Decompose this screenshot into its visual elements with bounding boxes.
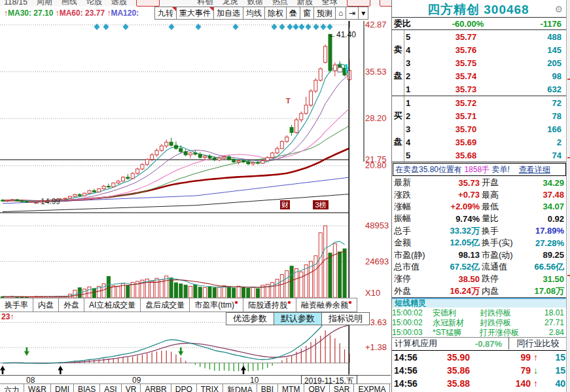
weibi-diff: -1176 [520, 19, 567, 29]
stat-value: +2.09% [429, 202, 480, 211]
stat-label: 换手(实) [480, 237, 522, 249]
red-dot-icon: ● [234, 298, 238, 306]
svg-text:X10: X10 [365, 288, 380, 298]
sector-name[interactable]: 计算机应用 [392, 338, 464, 349]
bottom-tab-7[interactable]: DPO [171, 384, 197, 392]
tick-row: 14:5635.88140 ↑40 [392, 377, 567, 390]
buy-level: 1 [404, 98, 416, 108]
large-order-notice: 在卖盘35.80位置有 1858手 卖单!查看详细 [393, 163, 566, 176]
toolbar-button-除权[interactable]: 除权 [265, 7, 287, 20]
shortline-wizard-header[interactable]: 短线精灵 [392, 298, 567, 308]
bottom-tab-14[interactable]: EXPMA [354, 384, 390, 392]
bottom-tab-2[interactable]: DMI [51, 384, 74, 392]
sell-price: 35.73 [416, 84, 516, 94]
stat-label: 开盘 [480, 177, 522, 188]
tick-time: 14:56 [392, 352, 425, 363]
stat-label: 涨幅 [392, 201, 429, 213]
sector-change: -0.87% [464, 339, 508, 349]
buy-side-label: 买盘 [392, 96, 404, 162]
ma-label-0: MA30: 27.10 [8, 9, 56, 18]
alert-event: 打开涨停板 [480, 327, 537, 338]
sell-row[interactable]: 235.7498 [404, 69, 567, 82]
bottom-tab-11[interactable]: MTM [278, 384, 304, 392]
toolbar-buttons: 九转重大事件加自选均线除权叠窗预测⌂⇥▾ [154, 7, 368, 20]
industry-compare-button[interactable]: 同行业比较 [508, 338, 567, 349]
toolbar-button-九转[interactable]: 九转 [154, 7, 177, 20]
vol-tab-7[interactable]: 融资融券余额● [296, 298, 357, 312]
alert-row[interactable]: 15:00:02安德利封跌停板18.01 [392, 308, 567, 317]
alert-row[interactable]: 15:00:02永冠新材封跌停板27.71 [392, 317, 567, 327]
bottom-tab-4[interactable]: ASI [100, 384, 121, 392]
toolbar-button-加自选[interactable]: 加自选 [214, 7, 243, 20]
up-arrow-icon: ↑ [533, 352, 538, 363]
bottom-tab-1[interactable]: W&R [24, 384, 51, 392]
stat-label: 涨停 [392, 273, 429, 285]
goto-last-icon[interactable]: ⇥ [346, 7, 359, 20]
macd-button-0[interactable]: 优选参数 [226, 312, 274, 325]
new-flag-icon [209, 7, 213, 11]
right-scrollbar[interactable] [566, 0, 570, 392]
tick-row: 14:5635.8679 ↓15 [392, 364, 567, 377]
bottom-tab-12[interactable]: OBV [304, 384, 329, 392]
stat-label: 最高 [480, 189, 522, 201]
vol-tab-3[interactable]: AI立桩成交量 [84, 298, 141, 312]
view-detail-link[interactable]: 查看详细 [519, 165, 550, 174]
quote-panel-header: 四方精创 300468 ⚙ [392, 0, 567, 17]
stat-label: 内盘 [480, 285, 522, 297]
buy-book: 买盘 135.7272235.7178335.70166435.692535.6… [392, 96, 567, 162]
bottom-tab-3[interactable]: BIAS [74, 384, 100, 392]
stat-value: 17.89% [522, 226, 564, 236]
tick-volume: 140 ↑ [492, 378, 538, 389]
bottom-tab-10[interactable]: BBI [257, 384, 278, 392]
ma-labels: ↑MA30: 27.10 ↑MA60: 23.77 ↑MA120: [4, 9, 139, 18]
dropdown-icon[interactable]: ▾ [359, 7, 368, 20]
macd-button-2[interactable]: 指标说明 [322, 312, 370, 325]
stat-label: 振幅 [392, 213, 429, 224]
vol-tab-5[interactable]: 市盈率(ttm)● [190, 298, 243, 312]
sell-row[interactable]: 535.77488 [404, 30, 567, 43]
buy-price: 35.72 [416, 98, 516, 108]
bottom-tab-13[interactable]: SAR [330, 384, 355, 392]
sell-row[interactable]: 435.76145 [404, 43, 567, 56]
toolbar-button-均线[interactable]: 均线 [243, 7, 265, 20]
svg-text:28.20: 28.20 [365, 113, 387, 123]
vol-tab-1[interactable]: 内盘 [33, 298, 59, 312]
stat-value: 16.24万 [429, 285, 480, 297]
bottom-tab-5[interactable]: VR [122, 384, 141, 392]
vol-tab-2[interactable]: 外盘 [59, 298, 84, 312]
sell-side-label: 卖盘 [392, 30, 404, 96]
gear-icon[interactable]: ⚙ [554, 4, 563, 14]
toolbar-button-窗[interactable]: 窗 [300, 7, 314, 20]
bottom-tab-9[interactable]: 新DMA [223, 384, 257, 392]
buy-row[interactable]: 135.7272 [404, 96, 567, 109]
macd-button-1[interactable]: 默认参数 [274, 312, 322, 325]
vol-tab-4[interactable]: 盘后成交量 [141, 298, 190, 312]
toolbar-button-重大事件[interactable]: 重大事件 [177, 7, 214, 20]
stat-label: 量比 [480, 213, 522, 224]
buy-row[interactable]: 535.6874 [404, 149, 567, 162]
lock-icon[interactable]: ⌂ [336, 7, 346, 20]
vol-tab-0[interactable]: 换手率 [0, 298, 33, 312]
tick-volume: 99 ↑ [492, 352, 538, 363]
buy-level: 2 [404, 111, 416, 121]
stat-label: 总手 [392, 225, 429, 237]
buy-price: 35.69 [416, 137, 516, 147]
kline-chart[interactable]: 42.8735.5328.2021.7520.8042.87←41.40←14.… [0, 0, 391, 392]
alert-row[interactable]: 15:00:03*ST猛狮打开涨停板2.84 [392, 327, 567, 337]
stat-label: 最新 [392, 177, 429, 188]
bottom-tab-0[interactable]: 六力 [0, 384, 24, 392]
bottom-tab-8[interactable]: TRIX [197, 384, 223, 392]
buy-row[interactable]: 335.70166 [404, 122, 567, 135]
sell-row[interactable]: 135.73632 [404, 82, 567, 96]
stock-title: 四方精创 300468 [427, 1, 529, 18]
buy-row[interactable]: 435.692 [404, 135, 567, 149]
bottom-tab-6[interactable]: ARBR [141, 384, 171, 392]
stat-value: 0.92 [522, 214, 564, 224]
quote-panel: 四方精创 300468 ⚙ 委比 -60.00% -1176 卖盘 535.77… [391, 0, 567, 392]
sell-row[interactable]: 335.75205 [404, 56, 567, 69]
buy-row[interactable]: 235.7178 [404, 109, 567, 122]
toolbar-button-预测[interactable]: 预测 [314, 7, 336, 20]
vol-tab-6[interactable]: 陆股通持股● [243, 298, 296, 312]
stat-label: 涨跌 [392, 189, 429, 201]
toolbar-button-叠[interactable]: 叠 [287, 7, 300, 20]
